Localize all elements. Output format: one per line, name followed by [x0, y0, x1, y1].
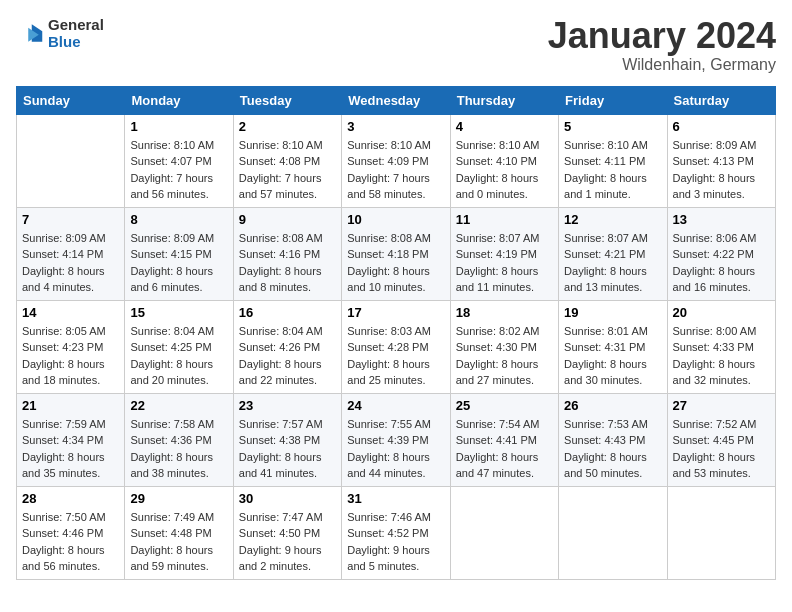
sunset-text: Sunset: 4:50 PM [239, 525, 336, 542]
daylight-text-2: and 16 minutes. [673, 279, 770, 296]
sunset-text: Sunset: 4:07 PM [130, 153, 227, 170]
sunset-text: Sunset: 4:41 PM [456, 432, 553, 449]
day-number: 12 [564, 212, 661, 227]
calendar-cell: 15Sunrise: 8:04 AMSunset: 4:25 PMDayligh… [125, 300, 233, 393]
day-info: Sunrise: 8:04 AMSunset: 4:25 PMDaylight:… [130, 323, 227, 389]
calendar-week-3: 14Sunrise: 8:05 AMSunset: 4:23 PMDayligh… [17, 300, 776, 393]
daylight-text: Daylight: 8 hours [347, 449, 444, 466]
daylight-text-2: and 13 minutes. [564, 279, 661, 296]
daylight-text-2: and 59 minutes. [130, 558, 227, 575]
day-number: 14 [22, 305, 119, 320]
sunset-text: Sunset: 4:34 PM [22, 432, 119, 449]
sunrise-text: Sunrise: 8:02 AM [456, 323, 553, 340]
daylight-text: Daylight: 8 hours [564, 263, 661, 280]
day-number: 19 [564, 305, 661, 320]
daylight-text: Daylight: 7 hours [130, 170, 227, 187]
daylight-text-2: and 1 minute. [564, 186, 661, 203]
day-number: 11 [456, 212, 553, 227]
sunset-text: Sunset: 4:28 PM [347, 339, 444, 356]
sunset-text: Sunset: 4:31 PM [564, 339, 661, 356]
calendar-cell: 9Sunrise: 8:08 AMSunset: 4:16 PMDaylight… [233, 207, 341, 300]
day-info: Sunrise: 7:46 AMSunset: 4:52 PMDaylight:… [347, 509, 444, 575]
sunrise-text: Sunrise: 8:04 AM [130, 323, 227, 340]
calendar-cell: 27Sunrise: 7:52 AMSunset: 4:45 PMDayligh… [667, 393, 775, 486]
logo-text: General Blue [48, 16, 104, 50]
sunrise-text: Sunrise: 8:10 AM [347, 137, 444, 154]
calendar-week-2: 7Sunrise: 8:09 AMSunset: 4:14 PMDaylight… [17, 207, 776, 300]
sunrise-text: Sunrise: 7:47 AM [239, 509, 336, 526]
daylight-text: Daylight: 8 hours [22, 449, 119, 466]
sunset-text: Sunset: 4:18 PM [347, 246, 444, 263]
daylight-text: Daylight: 9 hours [347, 542, 444, 559]
day-info: Sunrise: 8:03 AMSunset: 4:28 PMDaylight:… [347, 323, 444, 389]
calendar-cell: 8Sunrise: 8:09 AMSunset: 4:15 PMDaylight… [125, 207, 233, 300]
day-info: Sunrise: 8:08 AMSunset: 4:18 PMDaylight:… [347, 230, 444, 296]
calendar-table: SundayMondayTuesdayWednesdayThursdayFrid… [16, 86, 776, 580]
calendar-cell: 17Sunrise: 8:03 AMSunset: 4:28 PMDayligh… [342, 300, 450, 393]
daylight-text-2: and 53 minutes. [673, 465, 770, 482]
day-info: Sunrise: 8:07 AMSunset: 4:19 PMDaylight:… [456, 230, 553, 296]
day-info: Sunrise: 7:58 AMSunset: 4:36 PMDaylight:… [130, 416, 227, 482]
title-block: January 2024 Wildenhain, Germany [548, 16, 776, 74]
calendar-cell: 13Sunrise: 8:06 AMSunset: 4:22 PMDayligh… [667, 207, 775, 300]
day-info: Sunrise: 7:52 AMSunset: 4:45 PMDaylight:… [673, 416, 770, 482]
sunrise-text: Sunrise: 8:10 AM [564, 137, 661, 154]
calendar-cell: 18Sunrise: 8:02 AMSunset: 4:30 PMDayligh… [450, 300, 558, 393]
sunset-text: Sunset: 4:38 PM [239, 432, 336, 449]
calendar-cell: 4Sunrise: 8:10 AMSunset: 4:10 PMDaylight… [450, 114, 558, 207]
day-number: 30 [239, 491, 336, 506]
daylight-text: Daylight: 8 hours [673, 263, 770, 280]
sunrise-text: Sunrise: 7:54 AM [456, 416, 553, 433]
day-number: 27 [673, 398, 770, 413]
day-info: Sunrise: 8:10 AMSunset: 4:08 PMDaylight:… [239, 137, 336, 203]
sunrise-text: Sunrise: 7:59 AM [22, 416, 119, 433]
daylight-text-2: and 6 minutes. [130, 279, 227, 296]
sunrise-text: Sunrise: 8:09 AM [22, 230, 119, 247]
calendar-cell: 7Sunrise: 8:09 AMSunset: 4:14 PMDaylight… [17, 207, 125, 300]
day-number: 9 [239, 212, 336, 227]
calendar-cell: 16Sunrise: 8:04 AMSunset: 4:26 PMDayligh… [233, 300, 341, 393]
daylight-text-2: and 56 minutes. [22, 558, 119, 575]
header-cell-saturday: Saturday [667, 86, 775, 114]
daylight-text: Daylight: 8 hours [456, 356, 553, 373]
day-number: 31 [347, 491, 444, 506]
sunrise-text: Sunrise: 7:58 AM [130, 416, 227, 433]
day-number: 21 [22, 398, 119, 413]
day-number: 8 [130, 212, 227, 227]
calendar-cell [559, 486, 667, 579]
calendar-cell [667, 486, 775, 579]
daylight-text: Daylight: 8 hours [564, 356, 661, 373]
sunset-text: Sunset: 4:23 PM [22, 339, 119, 356]
sunset-text: Sunset: 4:09 PM [347, 153, 444, 170]
daylight-text: Daylight: 9 hours [239, 542, 336, 559]
day-info: Sunrise: 7:49 AMSunset: 4:48 PMDaylight:… [130, 509, 227, 575]
calendar-week-4: 21Sunrise: 7:59 AMSunset: 4:34 PMDayligh… [17, 393, 776, 486]
daylight-text: Daylight: 8 hours [22, 542, 119, 559]
header-cell-tuesday: Tuesday [233, 86, 341, 114]
sunrise-text: Sunrise: 8:01 AM [564, 323, 661, 340]
daylight-text: Daylight: 8 hours [564, 170, 661, 187]
daylight-text-2: and 4 minutes. [22, 279, 119, 296]
daylight-text-2: and 58 minutes. [347, 186, 444, 203]
daylight-text: Daylight: 8 hours [130, 356, 227, 373]
daylight-text-2: and 22 minutes. [239, 372, 336, 389]
daylight-text-2: and 20 minutes. [130, 372, 227, 389]
daylight-text-2: and 18 minutes. [22, 372, 119, 389]
sunrise-text: Sunrise: 7:53 AM [564, 416, 661, 433]
calendar-cell [17, 114, 125, 207]
day-info: Sunrise: 7:50 AMSunset: 4:46 PMDaylight:… [22, 509, 119, 575]
daylight-text-2: and 56 minutes. [130, 186, 227, 203]
day-info: Sunrise: 8:10 AMSunset: 4:07 PMDaylight:… [130, 137, 227, 203]
daylight-text: Daylight: 8 hours [347, 263, 444, 280]
daylight-text-2: and 10 minutes. [347, 279, 444, 296]
calendar-cell: 20Sunrise: 8:00 AMSunset: 4:33 PMDayligh… [667, 300, 775, 393]
day-info: Sunrise: 8:09 AMSunset: 4:14 PMDaylight:… [22, 230, 119, 296]
header-cell-thursday: Thursday [450, 86, 558, 114]
day-number: 10 [347, 212, 444, 227]
daylight-text: Daylight: 7 hours [239, 170, 336, 187]
daylight-text: Daylight: 8 hours [239, 263, 336, 280]
location: Wildenhain, Germany [548, 56, 776, 74]
sunrise-text: Sunrise: 7:49 AM [130, 509, 227, 526]
daylight-text: Daylight: 8 hours [456, 170, 553, 187]
sunrise-text: Sunrise: 7:50 AM [22, 509, 119, 526]
